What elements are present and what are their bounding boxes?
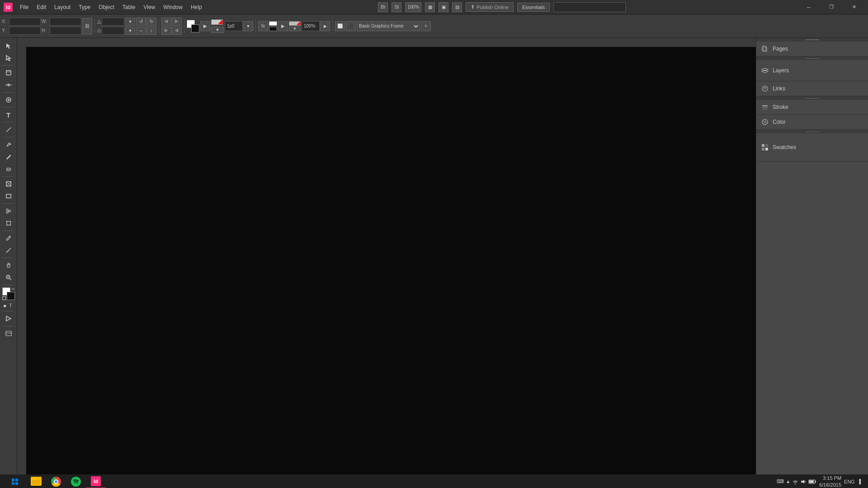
opacity-input[interactable]: 100% (302, 21, 320, 31)
menu-view[interactable]: View (140, 3, 159, 12)
direct-selection-tool[interactable] (2, 52, 15, 64)
menu-file[interactable]: File (16, 3, 32, 12)
rotation-dropdown[interactable]: ▼ (125, 18, 135, 26)
pencil-tool[interactable] (2, 151, 15, 163)
align-center-button[interactable]: ⫸ (172, 18, 182, 26)
volume-icon[interactable] (800, 479, 807, 484)
frame-tool[interactable] (2, 178, 15, 190)
network-icon[interactable]: ▲ (786, 479, 790, 484)
language-display[interactable]: ENG (844, 479, 855, 484)
spotify-button[interactable] (66, 475, 86, 488)
swap-colors-tool[interactable] (11, 287, 15, 290)
scissors-tool[interactable] (2, 205, 15, 217)
show-desktop-button[interactable]: ▐ (858, 479, 861, 484)
indesign-button[interactable]: Id (86, 475, 106, 488)
color-arrow-button[interactable]: ▶ (200, 21, 210, 31)
line-tool[interactable] (2, 124, 15, 136)
zoom-dropdown[interactable]: 100% (405, 2, 421, 12)
pen-tool[interactable] (2, 139, 15, 150)
align-left-button[interactable]: ⫷ (161, 18, 171, 26)
type-tool[interactable]: T (2, 109, 15, 121)
opacity-dropdown[interactable]: ▶ (320, 21, 330, 31)
small-stroke-swatch[interactable] (269, 27, 277, 31)
rotate-ccw-button[interactable]: ↺ (136, 18, 146, 26)
menu-edit[interactable]: Edit (33, 3, 50, 12)
menu-help[interactable]: Help (187, 3, 206, 12)
small-color-arrow[interactable]: ▶ (278, 21, 288, 31)
distribute-h-button[interactable]: ⫸ (161, 27, 171, 35)
page-tool[interactable] (2, 67, 15, 79)
measure-tool[interactable] (2, 244, 15, 256)
eyedropper-tool[interactable] (2, 232, 15, 244)
rotate-cw-button[interactable]: ↻ (146, 18, 156, 26)
small-stroke-fill-swatch[interactable] (289, 21, 301, 26)
gap-tool[interactable] (2, 79, 15, 91)
menu-window[interactable]: Window (160, 3, 186, 12)
panel-toggle-btn[interactable] (2, 328, 15, 339)
layers-panel-header[interactable]: Layers (756, 60, 868, 81)
restore-button[interactable]: ❐ (821, 0, 842, 14)
view-mode-btn[interactable]: ▦ (425, 2, 435, 12)
links-panel-header[interactable]: Links (756, 81, 868, 96)
wifi-icon[interactable] (792, 479, 798, 484)
y-input[interactable] (9, 27, 41, 35)
close-button[interactable]: ✕ (844, 0, 864, 14)
color-panel-header[interactable]: Color (756, 115, 868, 129)
container-btn2[interactable]: ⬛ (346, 21, 356, 31)
zoom-tool[interactable] (2, 272, 15, 283)
constrain-proportions-button[interactable]: ⛓ (82, 18, 92, 34)
free-transform-tool[interactable] (2, 217, 15, 229)
search-input[interactable] (553, 2, 626, 12)
file-explorer-button[interactable] (26, 475, 46, 488)
panel-drag-handle-top[interactable] (756, 38, 868, 42)
w-input[interactable] (50, 18, 81, 26)
panel-drag-handle-3[interactable] (756, 96, 868, 100)
h-input[interactable] (50, 27, 81, 35)
bridge-button[interactable]: Br (378, 2, 388, 12)
battery-icon[interactable] (808, 479, 816, 484)
distribute-v-button[interactable]: ⫷ (172, 27, 182, 35)
publish-online-button[interactable]: ⬆ Publish Online (466, 2, 514, 12)
default-colors-tool[interactable] (2, 296, 6, 300)
frame-type-btn[interactable]: + (421, 21, 431, 31)
normal-mode-btn[interactable]: ■ (2, 302, 8, 309)
x-input[interactable] (9, 18, 41, 26)
stroke-color-tool[interactable] (7, 292, 15, 300)
eraser-tool[interactable] (2, 163, 15, 175)
preview-mode-btn[interactable] (2, 313, 15, 324)
screen-mode-btn[interactable]: ▤ (452, 2, 462, 12)
menu-type[interactable]: Type (75, 3, 94, 12)
clock[interactable]: 3:15 PM 6/16/2015 (819, 475, 841, 488)
text-fill-btn[interactable]: T (8, 302, 14, 309)
selection-tool[interactable] (2, 40, 15, 52)
panel-drag-handle-4[interactable] (756, 130, 868, 133)
stroke-color-dropdown[interactable]: ▼ (211, 27, 224, 33)
swatches-panel-header[interactable]: Swatches (756, 133, 868, 161)
hand-tool[interactable] (2, 259, 15, 271)
rotation-input[interactable] (102, 18, 124, 26)
arrange-btn[interactable]: ▣ (439, 2, 448, 12)
frame-type-dropdown[interactable]: Basic Graphics Frame (357, 21, 420, 31)
flip-h-button[interactable]: ↔ (136, 27, 146, 35)
small-color-dropdown[interactable]: ▼ (289, 27, 301, 31)
stock-button[interactable]: St (392, 2, 401, 12)
rectangle-tool[interactable] (2, 190, 15, 202)
stroke-swatch[interactable] (191, 24, 199, 33)
effects-button[interactable]: fx (258, 21, 268, 31)
minimize-button[interactable]: ─ (798, 0, 819, 14)
keyboard-icon[interactable]: ⌨ (777, 479, 784, 484)
pages-panel-header[interactable]: Pages (756, 42, 868, 56)
essentials-button[interactable]: Essentials (517, 3, 550, 12)
shear-dropdown[interactable]: ▼ (125, 27, 135, 35)
menu-table[interactable]: Table (119, 3, 139, 12)
stroke-weight-input[interactable]: 1p0 (225, 21, 243, 31)
content-collector-tool[interactable] (2, 94, 15, 106)
panel-drag-handle-2[interactable] (756, 56, 868, 60)
container-type-btn[interactable]: ⬜ (335, 21, 345, 31)
stroke-weight-dropdown[interactable]: ▼ (243, 21, 253, 31)
stroke-fill-swatch[interactable] (211, 19, 223, 25)
stroke-panel-header[interactable]: Stroke (756, 100, 868, 114)
menu-layout[interactable]: Layout (51, 3, 74, 12)
menu-object[interactable]: Object (95, 3, 118, 12)
small-fill-swatch[interactable] (269, 21, 277, 26)
